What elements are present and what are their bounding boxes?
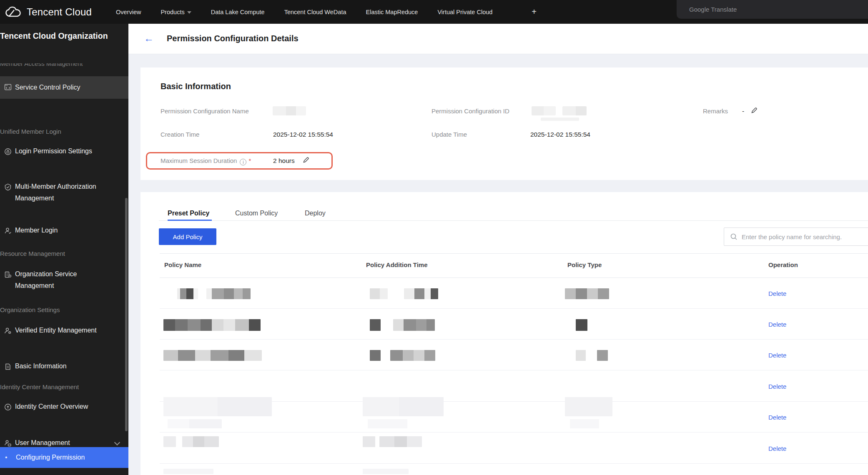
sidebar-section-identity-center-management: Identity Center Management	[0, 383, 79, 390]
delete-link[interactable]: Delete	[768, 352, 786, 359]
delete-link[interactable]: Delete	[768, 414, 786, 421]
table-header-bottom-border	[160, 278, 868, 278]
sidebar-section-resource-management: Resource Management	[0, 250, 65, 257]
brand-name: Tencent Cloud	[27, 6, 92, 18]
sidebar-item-label: Configuring Permission	[16, 452, 95, 463]
sidebar-title: Tencent Cloud Organization	[0, 24, 128, 62]
sidebar-item-organization-service-management[interactable]: Organization Service Management	[0, 268, 128, 292]
session-duration-highlight-box	[146, 152, 333, 170]
top-navigation-bar: Tencent Cloud Overview Products Data Lak…	[0, 0, 868, 24]
nav-tencent-cloud-wedata[interactable]: Tencent Cloud WeData	[284, 9, 346, 15]
column-header-policy-type: Policy Type	[567, 261, 602, 268]
search-input[interactable]	[742, 233, 867, 240]
redacted-addition-time	[370, 288, 388, 299]
redacted-policy-type	[565, 288, 609, 299]
redacted-addition-time	[393, 319, 435, 331]
redacted-policy-type-faint	[570, 419, 599, 428]
tab-divider	[159, 220, 868, 221]
document-icon	[4, 360, 15, 374]
cloud-logo-icon	[5, 6, 22, 18]
redacted-configuration-id-sub	[541, 118, 579, 121]
redacted-addition-time	[370, 319, 381, 331]
redacted-policy-name-faint	[163, 469, 213, 474]
sidebar-scrollbar[interactable]	[125, 198, 128, 431]
redacted-policy-type	[597, 350, 608, 361]
redacted-addition-time	[404, 288, 438, 299]
tab-deploy[interactable]: Deploy	[305, 210, 326, 217]
google-translate-label: Google Translate	[689, 6, 737, 13]
sidebar-item-label: Basic Information	[15, 360, 78, 374]
redacted-addition-time	[363, 436, 375, 447]
sidebar-item-label: Service Control Policy	[15, 82, 91, 93]
sidebar-item-login-permission-settings[interactable]: Login Permission Settings	[0, 145, 128, 159]
active-tab-underline	[168, 220, 212, 221]
redacted-policy-name	[206, 288, 251, 299]
delete-link[interactable]: Delete	[768, 383, 786, 390]
nav-overview[interactable]: Overview	[116, 9, 141, 15]
tencent-cloud-logo[interactable]: Tencent Cloud	[0, 6, 104, 18]
redacted-policy-name	[177, 288, 198, 299]
add-tab-button[interactable]: +	[532, 7, 537, 17]
permission-configuration-name-label: Permission Configuration Name	[161, 108, 249, 115]
sidebar-item-basic-information[interactable]: Basic Information	[0, 360, 128, 374]
sidebar-item-identity-center-overview[interactable]: Identity Center Overview	[0, 401, 128, 415]
redacted-addition-time-faint	[363, 469, 409, 474]
nav-products[interactable]: Products	[161, 9, 191, 15]
basic-information-card: Basic Information Permission Configurati…	[140, 68, 868, 180]
tab-preset-policy[interactable]: Preset Policy	[168, 210, 210, 217]
redacted-policy-type	[576, 350, 586, 361]
remarks-value: -	[742, 108, 744, 115]
sidebar-item-label: Member Login	[15, 225, 68, 238]
redacted-addition-time-faint	[363, 397, 444, 416]
remarks-label: Remarks	[703, 108, 728, 115]
redacted-addition-time	[390, 350, 435, 361]
google-translate-bar[interactable]: Google Translate	[677, 0, 868, 19]
row-divider	[160, 463, 868, 464]
nav-data-lake-compute[interactable]: Data Lake Compute	[211, 9, 265, 15]
sidebar-item-label: Organization Service Management	[15, 268, 128, 292]
row-divider	[160, 339, 868, 340]
redacted-policy-type	[576, 319, 587, 331]
sidebar-item-member-login[interactable]: Member Login	[0, 225, 128, 238]
table-top-border	[160, 253, 868, 254]
nav-virtual-private-cloud[interactable]: Virtual Private Cloud	[437, 9, 492, 15]
sidebar-item-configuring-permission[interactable]: • Configuring Permission	[0, 447, 128, 468]
sidebar-item-label: Multi-Member Authorization Management	[15, 181, 128, 204]
chevron-down-icon	[187, 11, 191, 14]
organization-building-icon	[4, 268, 15, 292]
row-divider	[160, 308, 868, 309]
basic-information-heading: Basic Information	[161, 82, 231, 91]
shield-badge-icon	[4, 181, 15, 204]
back-arrow-button[interactable]: ←	[144, 33, 154, 44]
bullet-dot: •	[5, 452, 16, 463]
sidebar-item-service-control-policy[interactable]: Service Control Policy	[0, 76, 128, 99]
cloud-upload-icon	[4, 401, 15, 415]
sidebar-item-label: Login Permission Settings	[15, 145, 103, 159]
sidebar-item-label: Verified Entity Management	[15, 325, 108, 338]
row-divider	[160, 370, 868, 370]
delete-link[interactable]: Delete	[768, 321, 786, 328]
add-policy-button[interactable]: Add Policy	[159, 228, 216, 245]
tab-custom-policy[interactable]: Custom Policy	[235, 210, 278, 217]
policy-search-box[interactable]	[724, 228, 868, 246]
redacted-addition-time	[370, 350, 381, 361]
person-gear-icon	[4, 325, 15, 338]
redacted-policy-name	[182, 436, 219, 447]
redacted-policy-type-faint	[565, 397, 612, 416]
policy-panel-card: Preset Policy Custom Policy Deploy Add P…	[140, 192, 868, 475]
row-divider	[160, 432, 868, 432]
sidebar-item-multi-member-authorization-management[interactable]: Multi-Member Authorization Management	[0, 181, 128, 204]
nav-elastic-mapreduce[interactable]: Elastic MapReduce	[366, 9, 418, 15]
sidebar-section-member-access-management: Member Access Management	[0, 63, 128, 69]
redacted-policy-name	[163, 350, 262, 361]
sidebar-item-verified-entity-management[interactable]: Verified Entity Management	[0, 325, 128, 338]
edit-remarks-icon[interactable]	[750, 107, 758, 114]
sidebar-section-unified-member-login: Unified Member Login	[0, 128, 61, 135]
sidebar-section-organization-settings: Organization Settings	[0, 306, 60, 313]
redacted-policy-name-faint	[163, 397, 272, 416]
delete-link[interactable]: Delete	[768, 445, 786, 452]
redacted-configuration-name	[273, 106, 306, 115]
delete-link[interactable]: Delete	[768, 290, 786, 297]
person-check-icon	[4, 225, 15, 238]
search-icon	[730, 233, 738, 240]
